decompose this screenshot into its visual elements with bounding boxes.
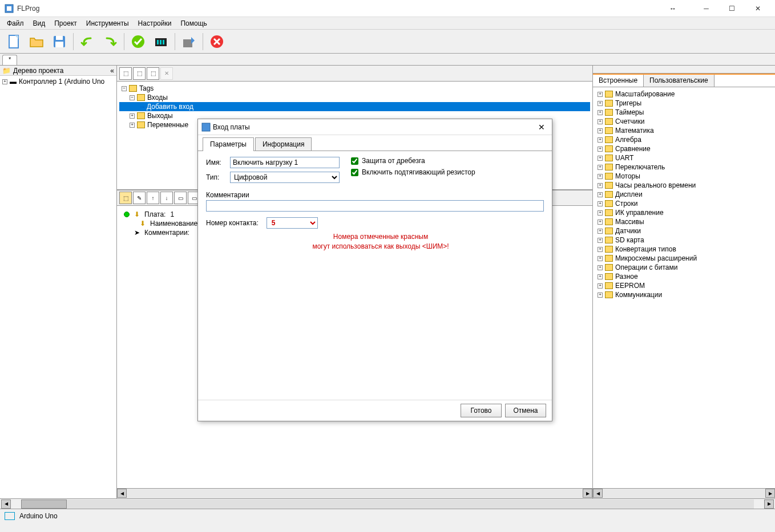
expand-icon[interactable]: + (130, 113, 135, 119)
library-item[interactable]: +Разное (595, 272, 773, 281)
add-folder-button[interactable]: ⬚ (133, 67, 146, 80)
expand-icon[interactable]: + (598, 247, 603, 252)
dialog-close-button[interactable]: ✕ (535, 120, 548, 134)
library-item[interactable]: +Математика (595, 126, 773, 135)
library-item[interactable]: +Тригеры (595, 99, 773, 108)
tab-user[interactable]: Пользовательские (644, 75, 715, 87)
stop-button[interactable] (207, 31, 227, 52)
comments-input[interactable] (206, 200, 544, 212)
scroll-left-icon[interactable]: ◀ (117, 489, 127, 498)
type-select[interactable]: Цифровой (230, 172, 340, 183)
canvas-scrollbar[interactable]: ◀ ▶ (117, 488, 592, 498)
minimize-button[interactable]: ─ (693, 1, 719, 17)
pullup-checkbox[interactable] (351, 169, 358, 176)
expand-icon[interactable]: + (598, 210, 603, 216)
dialog-titlebar[interactable]: Вход платы ✕ (198, 119, 552, 135)
tab-information[interactable]: Информация (255, 137, 312, 151)
expand-icon[interactable]: + (598, 256, 603, 261)
expand-icon[interactable]: − (130, 95, 135, 100)
library-item[interactable]: +ИК управление (595, 208, 773, 217)
expand-icon[interactable]: + (598, 229, 603, 234)
expand-icon[interactable]: + (598, 128, 603, 133)
expand-icon[interactable]: + (598, 110, 603, 115)
scroll-left-icon[interactable]: ◀ (1, 499, 11, 509)
library-item[interactable]: +Сравнение (595, 144, 773, 153)
expand-icon[interactable]: + (598, 137, 603, 143)
menu-project[interactable]: Проект (50, 17, 82, 29)
expand-icon[interactable]: + (598, 156, 603, 161)
tool-button-1[interactable]: ✎ (133, 192, 146, 204)
maximize-button[interactable]: ☐ (719, 1, 745, 17)
menu-settings[interactable]: Настройки (134, 17, 176, 29)
library-item[interactable]: +Алгебра (595, 135, 773, 144)
scroll-right-icon[interactable]: ▶ (583, 489, 592, 498)
scroll-right-icon[interactable]: ▶ (764, 499, 774, 509)
redo-button[interactable] (100, 31, 120, 52)
upload-button[interactable] (179, 31, 199, 52)
scroll-left-icon[interactable]: ◀ (593, 489, 603, 498)
expand-icon[interactable]: − (122, 86, 127, 91)
library-item[interactable]: +Микросхемы расширений (595, 254, 773, 263)
open-file-button[interactable] (26, 31, 47, 52)
library-item[interactable]: +Часы реального времени (595, 181, 773, 190)
undo-button[interactable] (77, 31, 98, 52)
close-button[interactable]: ✕ (745, 1, 770, 17)
expand-icon[interactable]: + (598, 165, 603, 170)
expand-icon[interactable]: + (598, 92, 603, 97)
menu-view[interactable]: Вид (29, 17, 50, 29)
expand-icon[interactable]: + (598, 147, 603, 152)
expand-icon[interactable]: + (598, 101, 603, 106)
expand-icon[interactable]: + (2, 79, 7, 84)
expand-icon[interactable]: + (598, 265, 603, 270)
scroll-thumb[interactable] (21, 499, 67, 509)
library-item[interactable]: +Счетчики (595, 117, 773, 126)
tags-root[interactable]: − Tags (119, 84, 590, 93)
save-button[interactable] (49, 31, 70, 52)
document-tab[interactable]: * (2, 55, 17, 65)
expand-icon[interactable]: + (598, 192, 603, 197)
select-mode-button[interactable]: ⬚ (119, 192, 132, 204)
library-item[interactable]: +Дисплеи (595, 190, 773, 199)
library-tree[interactable]: +Масштабирование+Тригеры+Таймеры+Счетчик… (593, 87, 775, 488)
expand-icon[interactable]: + (130, 123, 135, 128)
tab-parameters[interactable]: Параметры (203, 137, 254, 151)
menu-tools[interactable]: Инструменты (82, 17, 134, 29)
library-item[interactable]: +Масштабирование (595, 90, 773, 99)
library-item[interactable]: +Коммуникации (595, 290, 773, 299)
add-tag-button[interactable]: ⬚ (119, 67, 132, 80)
expand-icon[interactable]: + (598, 119, 603, 124)
controller-node[interactable]: + ▬ Контроллер 1 (Arduino Uno (1, 77, 115, 86)
library-item[interactable]: +SD карта (595, 235, 773, 245)
collapse-panel-icon[interactable]: « (110, 67, 114, 75)
expand-icon[interactable]: + (598, 283, 603, 289)
delete-tag-button[interactable]: ✕ (160, 67, 173, 80)
move-down-button[interactable]: ↓ (160, 192, 173, 204)
library-item[interactable]: +Операции с битами (595, 263, 773, 272)
expand-icon[interactable]: + (598, 174, 603, 179)
expand-icon[interactable]: + (598, 293, 603, 298)
menu-help[interactable]: Помощь (176, 17, 211, 29)
expand-icon[interactable]: + (598, 238, 603, 243)
library-item[interactable]: +Конвертация типов (595, 245, 773, 254)
tab-builtin[interactable]: Встроенные (593, 75, 644, 87)
library-item[interactable]: +Переключатель (595, 163, 773, 172)
library-item[interactable]: +Массивы (595, 217, 773, 226)
new-file-button[interactable] (3, 31, 24, 52)
contact-select[interactable]: 5 (267, 217, 318, 229)
expand-icon[interactable]: + (598, 220, 603, 225)
expand-icon[interactable]: + (598, 274, 603, 279)
tool-button-2[interactable]: ▭ (174, 192, 187, 204)
check-button[interactable] (128, 31, 148, 52)
edit-tag-button[interactable]: ⬚ (147, 67, 159, 80)
expand-icon[interactable]: + (598, 201, 603, 206)
library-item[interactable]: +Датчики (595, 226, 773, 235)
compile-button[interactable] (151, 31, 171, 52)
ok-button[interactable]: Готово (461, 404, 502, 417)
expand-icon[interactable]: + (598, 183, 603, 188)
library-item[interactable]: +Таймеры (595, 108, 773, 117)
library-item[interactable]: +Строки (595, 199, 773, 208)
library-item[interactable]: +Моторы (595, 172, 773, 181)
library-item[interactable]: +EEPROM (595, 281, 773, 290)
cancel-button[interactable]: Отмена (505, 404, 546, 417)
library-hscroll[interactable]: ◀ ▶ (593, 488, 775, 498)
